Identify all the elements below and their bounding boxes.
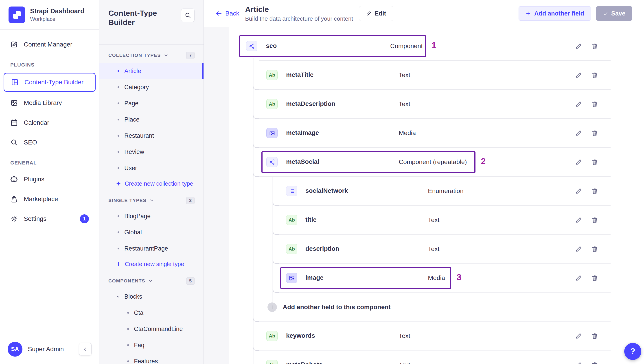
sidebar-item-marketplace[interactable]: Marketplace [0,189,99,209]
type-item-restaurantpage[interactable]: RestaurantPage [100,240,204,257]
bullet-dot [127,360,129,362]
add-another-field-button[interactable]: Add another field [518,6,591,21]
sidebar-item-settings[interactable]: Settings1 [0,209,99,229]
field-type: Component [390,43,423,50]
edit-field-button[interactable] [574,331,583,340]
section-header-collection-types[interactable]: COLLECTION TYPES7 [100,46,204,63]
shopping-bag-icon [10,195,18,203]
type-item-global[interactable]: Global [100,224,204,240]
edit-field-button[interactable] [574,187,583,196]
help-button[interactable]: ? [624,343,641,360]
sidebar-item-label: Plugins [24,176,44,183]
avatar[interactable]: SA [8,342,22,356]
chevron-down-icon [116,294,121,299]
plus-icon [116,181,121,186]
delete-field-button[interactable] [590,42,599,51]
edit-button-label: Edit [375,10,386,17]
search-button[interactable] [181,9,194,22]
save-button[interactable]: Save [596,6,632,21]
sidebar-item-label: Content-Type Builder [24,79,84,86]
add-field-to-component-row[interactable]: Add another field to this component [239,293,610,321]
field-name: keywords [286,332,315,339]
component-item-ctacommandline[interactable]: CtaCommandLine [100,321,204,337]
component-item-label: Cta [134,309,144,316]
plus-icon [116,261,121,267]
bullet-dot [118,215,120,217]
field-row-metaimage: metaImageMedia [239,119,610,148]
edit-button[interactable]: Edit [359,6,393,21]
type-item-article[interactable]: Article [100,63,204,79]
magnifier-icon [10,139,18,146]
type-item-label: Place [124,116,140,123]
section-label: COLLECTION TYPES [108,53,161,58]
sidebar-item-label: SEO [24,139,37,146]
plus-circle-icon[interactable] [268,302,277,312]
field-name: metaTitle [286,71,314,78]
bullet-dot [127,328,129,330]
edit-field-button[interactable] [574,216,583,225]
delete-field-button[interactable] [590,216,599,225]
sidebar-item-label: Marketplace [24,196,58,203]
component-item-features[interactable]: Features [100,353,204,364]
create-new-collection-type-link[interactable]: Create new collection type [100,176,204,191]
type-item-review[interactable]: Review [100,144,204,160]
type-item-user[interactable]: User [100,160,204,176]
delete-field-button[interactable] [590,71,599,80]
delete-field-button[interactable] [590,100,599,109]
annotation-number: 3 [457,273,461,282]
layout-icon [11,78,18,86]
field-type: Text [428,216,439,224]
type-item-category[interactable]: Category [100,79,204,95]
nav-section-header-general: GENERAL [0,152,99,169]
delete-field-button[interactable] [590,273,599,282]
delete-field-button[interactable] [590,245,599,253]
delete-field-button[interactable] [590,360,599,364]
edit-field-button[interactable] [574,100,583,109]
page-subtitle: Build the data architecture of your cont… [245,15,353,22]
sidebar-item-calendar[interactable]: Calendar [0,113,99,133]
component-category-blocks[interactable]: Blocks [100,288,204,305]
section-count-badge: 3 [186,197,194,204]
field-type: Media [428,274,445,282]
main-content: Back Article Build the data architecture… [204,0,644,364]
edit-field-button[interactable] [574,360,583,364]
delete-field-button[interactable] [590,157,599,166]
delete-field-button[interactable] [590,128,599,137]
delete-field-button[interactable] [590,187,599,196]
type-item-label: User [124,165,137,172]
type-item-page[interactable]: Page [100,95,204,111]
delete-field-button[interactable] [590,331,599,340]
type-item-place[interactable]: Place [100,111,204,128]
sidebar-item-content-manager[interactable]: Content Manager [0,35,99,54]
edit-field-button[interactable] [574,71,583,80]
workspace-switcher[interactable]: Strapi Dashboard Workplace [0,0,99,30]
sidebar-item-seo[interactable]: SEO [0,133,99,152]
type-item-restaurant[interactable]: Restaurant [100,128,204,144]
component-item-faq[interactable]: Faq [100,337,204,353]
edit-field-button[interactable] [574,245,583,253]
media-field-icon [266,128,278,138]
create-new-single-type-link[interactable]: Create new single type [100,257,204,271]
sidebar-item-media-library[interactable]: Media Library [0,93,99,113]
sidebar-item-plugins[interactable]: Plugins [0,169,99,189]
edit-field-button[interactable] [574,157,583,166]
type-item-blogpage[interactable]: BlogPage [100,208,204,224]
add-another-field-label: Add another field [534,10,584,17]
back-link[interactable]: Back [216,10,239,17]
settings-notification-badge: 1 [80,214,89,223]
section-header-components[interactable]: COMPONENTS5 [100,271,204,288]
edit-field-button[interactable] [574,42,583,51]
component-item-cta[interactable]: Cta [100,305,204,321]
puzzle-icon [10,175,18,183]
collapse-sidebar-button[interactable] [79,343,92,355]
type-item-label: Category [124,84,149,91]
field-row-keywords: AbkeywordsText [239,321,610,350]
nav-section-header-plugins: PLUGINS [0,54,99,71]
field-type: Text [399,100,410,108]
strapi-logo-icon [8,7,25,23]
section-header-single-types[interactable]: SINGLE TYPES3 [100,191,204,208]
edit-field-button[interactable] [574,128,583,137]
edit-field-button[interactable] [574,273,583,282]
workspace-subtitle: Workplace [30,16,84,22]
sidebar-item-content-type-builder[interactable]: Content-Type Builder [4,73,96,92]
